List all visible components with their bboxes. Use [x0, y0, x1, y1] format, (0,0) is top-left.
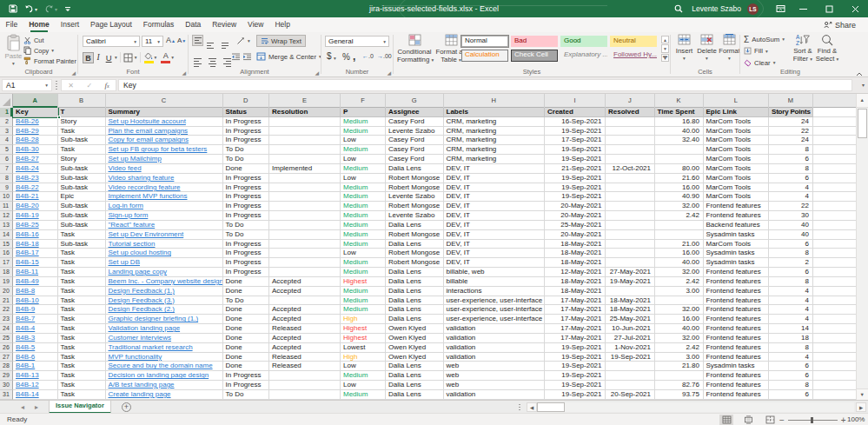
cell-assignee-20[interactable]: Dalia Lens [386, 287, 444, 296]
cell-priority-11[interactable]: Medium [341, 202, 386, 211]
cell-priority-13[interactable]: Medium [341, 221, 386, 230]
cell-status-18[interactable]: In Progress [223, 268, 270, 277]
column-header-J[interactable]: J [606, 94, 655, 108]
italic-button[interactable]: I [94, 53, 103, 62]
cell-type-12[interactable]: Sub-task [58, 211, 106, 221]
row-header-9[interactable]: 9 [0, 183, 13, 193]
cell-resolution-27[interactable]: Released [269, 353, 341, 362]
cell-time_spent-17[interactable]: 40.00 [655, 258, 704, 268]
cell-epic_link-28[interactable]: Sysadmin tasks [704, 362, 770, 371]
cell-void[interactable] [813, 343, 856, 353]
cell-key-24[interactable]: B4B-4 [13, 324, 58, 334]
cell-type-13[interactable]: Sub-task [58, 221, 106, 230]
cell-story_points-19[interactable]: 8 [769, 277, 813, 287]
summary-link[interactable]: Sign-up form [109, 211, 149, 219]
cell-priority-16[interactable]: Low [341, 249, 386, 258]
cell-story_points-13[interactable]: 40 [769, 221, 813, 230]
zoom-in-button[interactable]: + [841, 415, 846, 425]
cell-resolution-6[interactable] [269, 155, 341, 164]
cell-created-26[interactable]: 19-Sep-2021 [545, 343, 606, 353]
cell-epic_link-17[interactable]: Sysadmin tasks [704, 258, 770, 268]
cell-story_points-10[interactable]: 4 [769, 192, 813, 202]
cell-resolution-11[interactable] [269, 202, 341, 211]
summary-link[interactable]: Beem Inc. - Company website design [109, 277, 223, 285]
cell-priority-4[interactable]: Low [341, 136, 386, 145]
cell-summary-18[interactable]: Landing page copy [106, 268, 223, 277]
cell-type-8[interactable]: Sub-task [58, 174, 106, 183]
summary-link[interactable]: Video sharing feature [109, 174, 175, 182]
cell-created-4[interactable]: 17-Sep-2021 [545, 136, 606, 145]
cell-assignee-24[interactable]: Owen Klyed [386, 324, 444, 334]
cell-key-4[interactable]: B4B-28 [13, 136, 58, 145]
cell-time_spent-27[interactable]: 3.00 [655, 353, 704, 362]
name-box[interactable]: A1 ▾ [2, 79, 52, 91]
column-header-I[interactable]: I [545, 94, 606, 108]
cell-epic_link-2[interactable]: MarCom Tools [704, 117, 770, 127]
cell-type-24[interactable]: Task [58, 324, 106, 334]
summary-link[interactable]: Set up FB group for beta testers [109, 145, 208, 153]
user-name[interactable]: Levente Szabo [692, 4, 741, 13]
cell-key-13[interactable]: B4B-25 [13, 221, 58, 230]
cell-type-9[interactable]: Sub-task [58, 183, 106, 193]
cell-story_points-30[interactable]: 8 [769, 381, 813, 390]
format-dropdown-icon[interactable]: ▾ [719, 55, 740, 63]
summary-link[interactable]: A/B test landing page [109, 381, 175, 388]
cell-story_points-23[interactable]: 4 [769, 315, 813, 324]
cell-summary-13[interactable]: "React" feature [106, 221, 223, 230]
cell-summary-10[interactable]: Implement MVP functions [106, 192, 223, 202]
cell-story_points-28[interactable]: 6 [769, 362, 813, 371]
cell-story_points-4[interactable]: 24 [769, 136, 813, 145]
cell-labels-11[interactable]: DEV, IT [444, 202, 546, 211]
fill-color-icon[interactable] [143, 52, 155, 63]
cell-key-21[interactable]: B4B-10 [13, 296, 58, 306]
cell-time_spent-4[interactable]: 32.40 [655, 136, 704, 145]
cell-type-29[interactable]: Task [58, 371, 106, 381]
cell-resolution-24[interactable]: Released [269, 324, 341, 334]
cell-status-30[interactable]: In Progress [223, 381, 270, 390]
cell-assignee-16[interactable]: Robert Mongose [386, 249, 444, 258]
key-link[interactable]: B4B-4 [16, 324, 35, 332]
cell-labels-22[interactable]: user-experience, user-interface [444, 305, 546, 315]
summary-link[interactable]: Graphic designer briefing (1.) [109, 315, 199, 322]
cell-created-11[interactable]: 20-May-2021 [545, 202, 606, 211]
row-header-22[interactable]: 22 [0, 305, 13, 315]
cell-assignee-11[interactable]: Robert Mongose [386, 202, 444, 211]
cell-status-6[interactable]: To Do [223, 155, 270, 164]
cell-created-5[interactable]: 19-Sep-2021 [545, 145, 606, 155]
cell-status-7[interactable]: Done [223, 164, 270, 174]
cell-key-3[interactable]: B4B-29 [13, 127, 58, 136]
fill-color-dropdown-icon[interactable]: ▾ [155, 55, 157, 60]
cell-labels-31[interactable]: validation [444, 390, 546, 400]
cell-type-5[interactable]: Task [58, 145, 106, 155]
paste-dropdown-icon[interactable]: ▾ [3, 61, 23, 66]
delete-dropdown-icon[interactable]: ▾ [696, 55, 718, 63]
cell-type-18[interactable]: Task [58, 268, 106, 277]
key-link[interactable]: B4B-29 [16, 127, 39, 135]
normal-view-button[interactable] [719, 415, 733, 425]
key-link[interactable]: B4B-27 [16, 155, 39, 163]
key-link[interactable]: B4B-7 [16, 315, 35, 322]
cell-resolved-26[interactable]: 1-Nov-2021 [606, 343, 655, 353]
cell-key-9[interactable]: B4B-22 [13, 183, 58, 193]
key-link[interactable]: B4B-20 [16, 202, 39, 209]
horizontal-scrollbar[interactable]: ◀ ▶ [521, 402, 866, 412]
cell-status-27[interactable]: Done [223, 353, 270, 362]
row-header-23[interactable]: 23 [0, 315, 13, 324]
row-header-14[interactable]: 14 [0, 230, 13, 240]
cell-key-30[interactable]: B4B-12 [13, 381, 58, 390]
cell-assignee-3[interactable]: Levente Szabo [386, 127, 444, 136]
cell-assignee-8[interactable]: Robert Mongose [386, 174, 444, 183]
cell-status-25[interactable]: Done [223, 334, 270, 343]
cell-created-3[interactable]: 19-Sep-2021 [545, 127, 606, 136]
find-select-button[interactable]: Find & Select ▾ [815, 34, 839, 63]
header-cell-status[interactable]: Status [223, 108, 270, 117]
zoom-out-button[interactable]: − [779, 415, 785, 425]
cell-resolution-14[interactable] [269, 230, 341, 240]
alignment-dialog-launcher-icon[interactable]: ◢ [315, 70, 319, 76]
cell-style-good[interactable]: Good [560, 36, 607, 48]
cell-story_points-9[interactable]: 4 [769, 183, 813, 193]
cell-priority-31[interactable]: Medium [341, 390, 386, 400]
decrease-font-icon[interactable]: A▼ [177, 37, 186, 44]
font-name-combo[interactable]: Calibri ▾ [83, 36, 140, 47]
cell-resolved-8[interactable] [606, 174, 655, 183]
